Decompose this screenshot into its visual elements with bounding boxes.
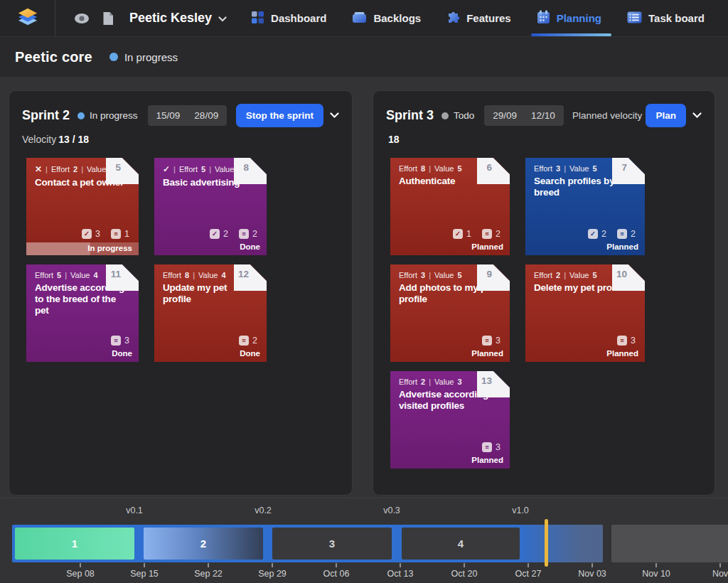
effort-value: 2: [421, 378, 425, 386]
card-status: Done: [154, 349, 267, 362]
chevron-down-icon[interactable]: [692, 112, 702, 119]
card-number: 8: [243, 162, 249, 173]
date-tick: [336, 563, 337, 567]
folded-corner: [612, 158, 645, 184]
nav-tab-task-board[interactable]: Task board: [627, 0, 705, 36]
date-end-field[interactable]: 28/09: [194, 110, 218, 121]
date-end-field[interactable]: 12/10: [531, 110, 555, 121]
story-card[interactable]: 13 | Effort2 | Value3 Advertise accordin…: [390, 371, 510, 469]
project-switcher[interactable]: Peetic Kesley: [129, 11, 227, 26]
story-card[interactable]: 12 | Effort8 | Value4 Update my pet prof…: [154, 264, 267, 362]
document-icon[interactable]: [102, 11, 114, 26]
date-tick: [400, 563, 401, 567]
date-label: Oct 27: [515, 569, 542, 579]
card-number: 13: [481, 375, 492, 386]
planned-velocity-label: Planned velocity: [572, 110, 642, 121]
card-counts: ✓ ≡ 2: [154, 336, 267, 346]
sprint-status-dot: [77, 112, 85, 119]
today-marker: [545, 519, 548, 567]
items-count: 2: [252, 336, 257, 346]
app-logo[interactable]: [0, 0, 55, 36]
effort-value: 5: [57, 271, 61, 279]
version-label: v0.1: [126, 506, 143, 515]
velocity-label: Velocity: [22, 134, 56, 145]
list-icon: ≡: [482, 336, 492, 346]
card-number: 6: [486, 162, 492, 173]
timeline-sprint-segment[interactable]: 3: [272, 528, 392, 560]
velocity-value: 18: [388, 134, 400, 145]
story-card[interactable]: 6 | Effort8 | Value5 Authenticate ✓ 1 ≡ …: [390, 158, 510, 255]
timeline-future-track[interactable]: [611, 525, 728, 562]
card-counts: ✓ 1 ≡ 2: [390, 229, 510, 239]
business-value: 4: [221, 271, 225, 279]
folded-corner: [477, 264, 510, 291]
list-icon: ≡: [617, 336, 627, 346]
project-bar: Peetic core In progress: [0, 37, 728, 77]
date-label: Nov 10: [642, 569, 670, 579]
card-status: Planned: [390, 349, 510, 362]
list-icon: ≡: [617, 229, 627, 239]
sprint-dates[interactable]: 15/09 28/09: [148, 105, 228, 126]
list-icon: ≡: [239, 336, 249, 346]
chevron-down-icon: [218, 11, 227, 26]
sprint-action-button[interactable]: Plan: [646, 104, 686, 127]
story-card[interactable]: 11 | Effort5 | Value4 Advertise accordin…: [26, 264, 139, 362]
effort-value: 3: [556, 164, 560, 173]
sprint-header: Sprint 3 Todo 29/09 12/10 Planned veloci…: [386, 104, 702, 127]
date-tick: [464, 563, 465, 567]
sprint-action-button[interactable]: Stop the sprint: [236, 104, 323, 127]
chevron-down-icon[interactable]: [330, 112, 339, 119]
nav-tab-features[interactable]: Features: [446, 0, 511, 36]
story-card[interactable]: 10 | Effort2 | Value5 Delete my pet prof…: [525, 264, 645, 362]
checked-count: 1: [466, 229, 471, 239]
story-card[interactable]: 8 ✓ | Effort5 | Value4 Basic advertising…: [154, 158, 267, 255]
card-counts: ✓ 2 ≡ 2: [525, 229, 645, 239]
card-status: Planned: [390, 242, 510, 255]
nav-tab-planning[interactable]: Planning: [537, 0, 601, 36]
sprint-header: Sprint 2 In progress 15/09 28/09 Stop th…: [22, 104, 339, 127]
business-value: 5: [592, 271, 596, 279]
card-number: 5: [115, 162, 121, 173]
date-start-field[interactable]: 15/09: [156, 110, 181, 121]
timeline-sprint-segment[interactable]: 2: [144, 528, 263, 560]
nav-tab-dashboard[interactable]: Dashboard: [251, 0, 326, 36]
timeline-sprint-segment[interactable]: 1: [15, 528, 134, 560]
date-tick: [272, 563, 273, 567]
version-label: v0.3: [383, 506, 400, 515]
eye-icon[interactable]: [74, 13, 90, 24]
project-title: Peetic core: [15, 49, 92, 65]
card-status: Planned: [525, 349, 645, 362]
timeline-track[interactable]: 1234: [12, 525, 603, 562]
timeline-sprint-segment[interactable]: 4: [402, 528, 520, 560]
sprint-dates[interactable]: 29/09 12/10: [484, 105, 564, 126]
card-check-mark: ✓: [163, 164, 170, 174]
story-card[interactable]: 5 ✕ | Effort2 | Value5 Contact a pet own…: [26, 158, 139, 255]
date-label: Sep 08: [66, 569, 95, 579]
sprint-velocity: Velocity13 / 18: [22, 134, 339, 145]
list-icon: ≡: [482, 229, 492, 239]
nav-tab-backlogs[interactable]: Backlogs: [352, 0, 421, 36]
business-value: 5: [592, 164, 596, 173]
business-value: 4: [93, 271, 97, 279]
date-start-field[interactable]: 29/09: [493, 110, 517, 121]
folded-corner: [477, 158, 510, 184]
active-tab-underline: [531, 33, 611, 36]
date-tick: [208, 563, 209, 567]
card-counts: ✓ ≡ 3: [26, 336, 139, 346]
date-label: Oct 06: [323, 569, 350, 579]
features-icon: [446, 11, 460, 26]
sprint-status: In progress: [90, 110, 138, 121]
date-tick: [719, 563, 721, 567]
story-card[interactable]: 7 | Effort3 | Value5 Search profiles by …: [525, 158, 645, 255]
effort-value: 2: [556, 271, 560, 279]
date-label: Sep 15: [130, 569, 159, 579]
sprint-velocity: 18: [386, 134, 702, 145]
card-counts: ✓ ≡ 3: [390, 442, 510, 452]
date-tick: [144, 563, 145, 567]
story-card[interactable]: 9 | Effort3 | Value5 Add photos to my pe…: [390, 264, 510, 362]
date-label: Oct 13: [387, 569, 414, 579]
sprint-panel: Sprint 2 In progress 15/09 28/09 Stop th…: [9, 90, 353, 496]
checkbox-icon: ✓: [82, 229, 92, 239]
project-status-dot: [109, 53, 118, 61]
sprint-status: Todo: [454, 110, 474, 121]
